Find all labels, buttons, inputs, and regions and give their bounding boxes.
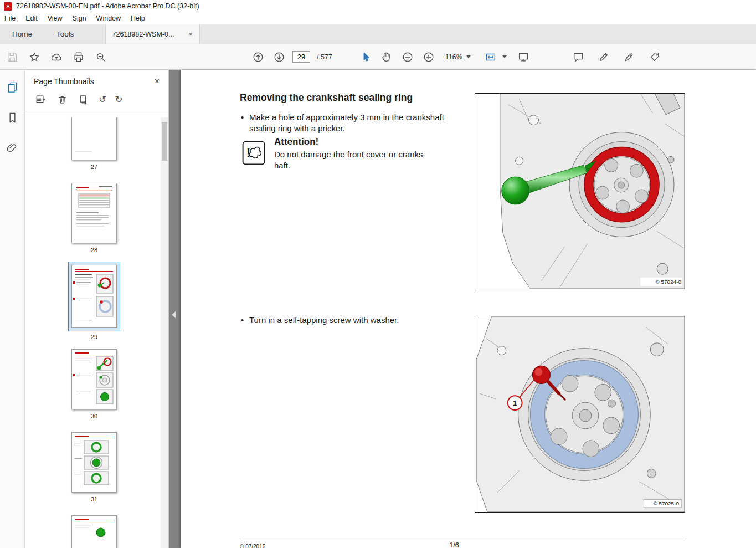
page-total-label: / 577	[317, 53, 332, 61]
panel-scrollbar[interactable]	[161, 117, 168, 548]
close-panel-icon[interactable]: ×	[155, 77, 160, 86]
chevron-down-icon	[466, 55, 471, 58]
page-thumbnails-panel: Page Thumbnails × ↺ ↻ 27	[25, 70, 169, 548]
bookmarks-icon[interactable]	[6, 111, 19, 126]
instruction-bullet-2: Turn in a self-tapping screw with washer…	[249, 315, 399, 326]
zoom-level-select[interactable]: 116%	[442, 51, 474, 63]
tab-bar: Home Tools 72618982-WSM-0... ×	[0, 24, 756, 44]
select-tool-icon[interactable]	[358, 49, 373, 65]
menu-sign[interactable]: Sign	[68, 14, 91, 22]
thumbnail-list[interactable]: 27	[25, 117, 161, 548]
menu-edit[interactable]: Edit	[20, 14, 43, 22]
footer-page-number: 1/6	[449, 541, 459, 548]
star-icon[interactable]	[27, 49, 42, 65]
highlight-icon[interactable]	[596, 49, 611, 65]
thumbnail-page-32[interactable]	[71, 515, 117, 548]
fit-width-select[interactable]	[480, 47, 510, 67]
tab-tools[interactable]: Tools	[44, 24, 86, 44]
navigation-pane-strip	[0, 70, 25, 548]
thumbnail-page-29[interactable]: 29	[71, 265, 117, 340]
zoom-in-icon[interactable]	[421, 49, 436, 65]
attention-title: Attention!	[274, 136, 425, 147]
figure-self-tapping-screw: 1 © 57025-0	[475, 316, 685, 513]
hand-tool-icon[interactable]	[379, 49, 394, 65]
menu-file[interactable]: File	[0, 14, 20, 22]
footer-copyright: © 07/2015	[240, 544, 265, 548]
print-icon[interactable]	[71, 49, 86, 65]
extract-pages-icon[interactable]	[77, 93, 90, 106]
title-bar: 72618982-WSM-00-EN.pdf - Adobe Acrobat P…	[0, 0, 756, 12]
tab-document[interactable]: 72618982-WSM-0... ×	[105, 24, 200, 44]
collapse-panel-icon[interactable]	[172, 311, 176, 318]
thumbnail-page-27[interactable]: 27	[71, 117, 117, 170]
close-tab-icon[interactable]: ×	[188, 30, 193, 38]
attention-icon: !	[242, 141, 265, 171]
menu-window[interactable]: Window	[91, 14, 126, 22]
section-heading: Removing the crankshaft sealing ring	[240, 92, 413, 104]
prev-page-icon[interactable]	[250, 49, 266, 65]
options-icon[interactable]	[34, 93, 47, 106]
thumbnail-page-28[interactable]: 28	[71, 183, 117, 253]
panel-scrollbar-thumb[interactable]	[162, 122, 167, 161]
rotate-cw-icon[interactable]: ↻	[115, 95, 122, 104]
thumbnail-page-30[interactable]: 30	[71, 349, 117, 419]
rotate-ccw-icon[interactable]: ↺	[99, 95, 106, 104]
attachments-icon[interactable]	[6, 142, 19, 157]
callout-1: 1	[513, 399, 517, 407]
zoom-out-icon[interactable]	[400, 49, 415, 65]
zoom-tool-icon[interactable]	[93, 49, 109, 65]
tab-home[interactable]: Home	[0, 24, 44, 44]
fill-sign-icon[interactable]	[621, 49, 637, 65]
attention-text: Do not damage the front cover or cranks-	[274, 149, 425, 160]
more-tools-icon[interactable]	[647, 49, 662, 65]
fit-width-icon	[483, 49, 498, 65]
instruction-bullet-1: Make a hole of approximately 3 mm in the…	[249, 112, 444, 134]
main-toolbar: / 577 116%	[0, 44, 756, 70]
page-number-input[interactable]	[292, 51, 310, 63]
delete-pages-icon[interactable]	[55, 93, 69, 106]
page-thumbnails-icon[interactable]	[6, 81, 19, 96]
window-title: 72618982-WSM-00-EN.pdf - Adobe Acrobat P…	[16, 2, 199, 10]
attention-block: ! Attention! Do not damage the front cov…	[242, 136, 425, 171]
save-icon[interactable]	[4, 49, 20, 65]
next-page-icon[interactable]	[271, 49, 287, 65]
page-footer: © 07/2015 1/6	[240, 539, 686, 548]
figure2-caption: © 57025-0	[653, 500, 679, 506]
share-icon[interactable]	[49, 49, 64, 65]
acrobat-logo-icon	[4, 2, 12, 11]
chevron-down-icon	[502, 55, 507, 58]
thumbnail-page-31[interactable]: 31	[71, 432, 117, 503]
doc-tab-label: 72618982-WSM-0...	[112, 30, 174, 38]
menu-help[interactable]: Help	[126, 14, 150, 22]
panel-title: Page Thumbnails	[34, 77, 94, 86]
zoom-level-value: 116%	[445, 53, 462, 61]
figure-crankshaft-seal-pricker: © 57024-0	[475, 93, 685, 289]
comment-icon[interactable]	[570, 49, 586, 65]
figure1-caption: © 57024-0	[655, 279, 681, 285]
menu-bar: File Edit View Sign Window Help	[0, 12, 756, 24]
pdf-page: Removing the crankshaft sealing ring Mak…	[181, 70, 756, 548]
menu-view[interactable]: View	[43, 14, 68, 22]
document-area[interactable]: Removing the crankshaft sealing ring Mak…	[169, 70, 756, 548]
page-display-icon[interactable]	[516, 49, 531, 65]
